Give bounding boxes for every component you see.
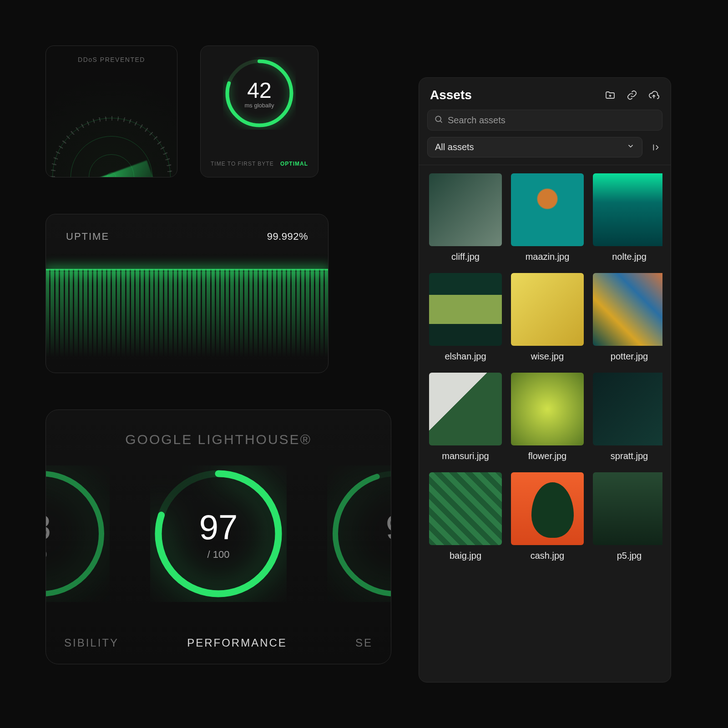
ddos-title: DDoS PREVENTED [46,56,177,63]
lighthouse-center-label: PERFORMANCE [187,637,287,649]
uptime-bar [74,269,77,373]
uptime-bar [287,269,290,373]
uptime-bar [145,269,148,373]
uptime-bar [207,269,210,373]
uptime-bar [306,269,309,373]
uptime-bar [174,269,177,373]
uptime-bar [230,269,233,373]
assets-filter-select[interactable]: All assets [427,137,642,157]
assets-panel: Assets All assets [419,77,671,682]
uptime-bar [70,269,73,373]
uptime-bar [188,269,191,373]
uptime-bar [292,269,295,373]
uptime-label: UPTIME [66,231,109,243]
uptime-bar [155,269,158,373]
uptime-bar [240,269,243,373]
lighthouse-title: GOOGLE LIGHTHOUSE® [46,410,391,447]
lighthouse-card: GOOGLE LIGHTHOUSE® 8 00 [46,410,391,664]
divider [419,165,671,165]
folder-plus-icon[interactable] [604,89,616,101]
ttfb-gauge: 42 ms globally [223,57,296,130]
lighthouse-metric-center: 97 / 100 [150,465,287,602]
uptime-bar [273,269,276,373]
asset-thumbnail [429,472,502,545]
uptime-bar [89,269,92,373]
asset-thumbnail [593,273,662,346]
uptime-bar [178,269,182,373]
uptime-bar [136,269,139,373]
asset-thumbnail [429,373,502,445]
lighthouse-right-label: SE [355,637,373,649]
asset-item[interactable]: potter.jpg [593,273,662,362]
asset-thumbnail [511,173,584,246]
uptime-bar [150,269,153,373]
asset-filename: cliff.jpg [451,252,480,262]
uptime-bars [46,269,328,373]
cloud-upload-icon[interactable] [648,89,660,101]
uptime-bar [311,269,314,373]
asset-filename: potter.jpg [611,351,648,362]
asset-filename: maazin.jpg [526,252,570,262]
uptime-bar [325,269,328,373]
uptime-bar [65,269,68,373]
uptime-value: 99.992% [267,231,308,243]
asset-item[interactable]: p5.jpg [593,472,662,561]
asset-thumbnail [511,273,584,346]
ttfb-unit: ms globally [244,102,274,109]
uptime-bar [84,269,87,373]
uptime-bar [93,269,96,373]
asset-item[interactable]: wise.jpg [511,273,584,362]
uptime-bar [98,269,101,373]
assets-search[interactable] [427,110,662,131]
lighthouse-center-score: 97 [199,507,238,547]
uptime-bar [112,269,115,373]
asset-item[interactable]: spratt.jpg [593,373,662,461]
uptime-bar [121,269,125,373]
lighthouse-center-of: / 100 [207,549,230,561]
asset-item[interactable]: cash.jpg [511,472,584,561]
asset-thumbnail [511,472,584,545]
asset-filename: p5.jpg [617,551,642,561]
uptime-bar [221,269,224,373]
asset-item[interactable]: maazin.jpg [511,173,584,262]
uptime-bar [169,269,172,373]
uptime-bar [216,269,219,373]
assets-filter-label: All assets [435,142,474,152]
asset-item[interactable]: flower.jpg [511,373,584,461]
asset-thumbnail [429,273,502,346]
uptime-bar [117,269,120,373]
uptime-bar [126,269,130,373]
asset-thumbnail [593,173,662,246]
ttfb-value: 42 [247,78,271,103]
asset-item[interactable]: baig.jpg [429,472,502,561]
lighthouse-right-score: 9 [386,507,391,547]
uptime-bar [297,269,300,373]
asset-item[interactable]: mansuri.jpg [429,373,502,461]
uptime-bar [254,269,257,373]
sort-icon[interactable] [648,139,662,156]
assets-search-input[interactable] [448,115,656,126]
asset-filename: spratt.jpg [611,451,648,461]
lighthouse-left-of: 00 [46,549,47,561]
uptime-card: UPTIME 99.992% [46,214,329,373]
uptime-bar [320,269,324,373]
uptime-bar [235,269,238,373]
asset-filename: cash.jpg [531,551,565,561]
uptime-bar [278,269,281,373]
lighthouse-metric-left: 8 00 [46,465,110,602]
ttfb-status: OPTIMAL [280,161,308,167]
uptime-bar [249,269,253,373]
uptime-bar [315,269,318,373]
uptime-bar [159,269,162,373]
uptime-bar [51,269,54,373]
asset-filename: mansuri.jpg [442,451,489,461]
asset-item[interactable]: nolte.jpg [593,173,662,262]
uptime-bar [202,269,205,373]
asset-item[interactable]: elshan.jpg [429,273,502,362]
assets-grid: cliff.jpgmaazin.jpgnolte.jpgelshan.jpgwi… [427,173,662,563]
asset-item[interactable]: cliff.jpg [429,173,502,262]
lighthouse-left-label: SIBILITY [64,637,119,649]
uptime-bar [192,269,196,373]
link-icon[interactable] [626,89,638,101]
asset-filename: nolte.jpg [612,252,647,262]
